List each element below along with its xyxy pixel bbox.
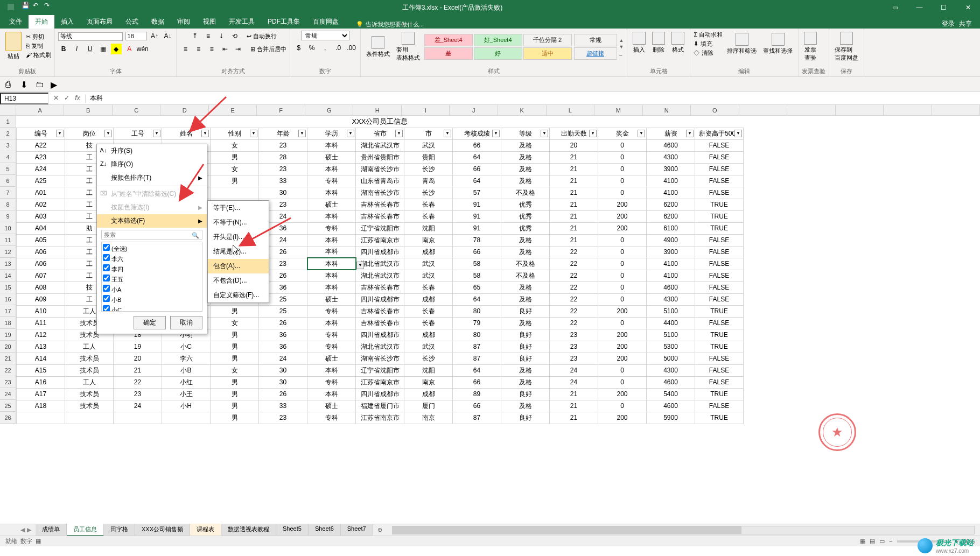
- cell[interactable]: 工人: [65, 341, 114, 353]
- view-normal-icon[interactable]: ▦: [860, 538, 865, 545]
- filter-value-item[interactable]: 李六: [103, 254, 201, 264]
- cell[interactable]: 23: [259, 412, 307, 424]
- style-scroll-up-icon[interactable]: ▲: [619, 38, 624, 43]
- row-header-3[interactable]: 3: [0, 139, 16, 151]
- cell[interactable]: A18: [17, 400, 65, 412]
- filter-button-A[interactable]: ▼: [56, 130, 64, 137]
- format-painter-button[interactable]: 🖌 格式刷: [26, 51, 51, 59]
- cell[interactable]: TRUE: [695, 222, 744, 234]
- cell[interactable]: 吉林省长春市: [356, 199, 404, 210]
- row-header-4[interactable]: 4: [0, 151, 16, 163]
- cell[interactable]: A14: [17, 353, 65, 364]
- table-format-button[interactable]: 套用 表格格式: [394, 31, 422, 63]
- row-header-20[interactable]: 20: [0, 341, 16, 353]
- italic-button[interactable]: I: [72, 44, 82, 54]
- worksheet-tab-Sheet6[interactable]: Sheet6: [309, 524, 341, 536]
- filter-button-M[interactable]: ▼: [638, 130, 645, 137]
- underline-button[interactable]: U: [85, 44, 95, 54]
- cell[interactable]: 200: [598, 353, 647, 364]
- column-header-F[interactable]: 年龄▼: [259, 128, 307, 139]
- cell[interactable]: 21: [550, 210, 598, 222]
- cell[interactable]: 23: [114, 388, 162, 400]
- cell[interactable]: 男: [211, 341, 259, 353]
- cell[interactable]: FALSE: [695, 139, 744, 151]
- cell[interactable]: 技术员: [65, 400, 114, 412]
- cell[interactable]: 小H: [162, 400, 211, 412]
- cancel-formula-icon[interactable]: ✕: [52, 94, 60, 103]
- cell[interactable]: 57: [453, 187, 501, 199]
- filter-ok-button[interactable]: 确定: [134, 316, 166, 329]
- cell[interactable]: 及格: [501, 234, 550, 246]
- cell[interactable]: 成都: [404, 246, 453, 258]
- cell[interactable]: 青岛: [404, 175, 453, 187]
- cell[interactable]: 33: [259, 175, 307, 187]
- cell[interactable]: 3900: [647, 246, 695, 258]
- cell[interactable]: 男: [211, 412, 259, 424]
- style-normal[interactable]: 常规: [574, 34, 617, 46]
- cell[interactable]: 24: [114, 400, 162, 412]
- cell[interactable]: 男: [211, 151, 259, 163]
- cell[interactable]: 20: [550, 139, 598, 151]
- cell[interactable]: 贵州省贵阳市: [356, 151, 404, 163]
- row-header-14[interactable]: 14: [0, 270, 16, 281]
- cell[interactable]: 0: [598, 281, 647, 293]
- cell[interactable]: 30: [259, 364, 307, 376]
- cell[interactable]: 专科: [307, 412, 356, 424]
- clear-button[interactable]: ◇ 清除: [694, 49, 723, 57]
- cell[interactable]: 吉林省长春市: [356, 210, 404, 222]
- comma-icon[interactable]: ,: [320, 43, 331, 53]
- cell[interactable]: 200: [598, 222, 647, 234]
- find-select-button[interactable]: 查找和选择: [761, 32, 795, 56]
- cell[interactable]: 长春: [404, 281, 453, 293]
- filter-value-item[interactable]: 小B: [103, 294, 201, 305]
- fx-icon[interactable]: fx: [73, 94, 82, 103]
- cell[interactable]: 良好: [501, 388, 550, 400]
- cell[interactable]: 22: [550, 270, 598, 281]
- sort-by-color-item[interactable]: 按颜色排序(T)▶: [97, 171, 207, 185]
- filter-search-input[interactable]: [101, 230, 202, 240]
- cell[interactable]: 长春: [404, 305, 453, 317]
- style-bad-sheet4[interactable]: 差_Sheet4: [424, 34, 473, 46]
- filter-button-F[interactable]: ▼: [298, 130, 306, 137]
- cell[interactable]: 20: [114, 353, 162, 364]
- cell[interactable]: 30: [259, 187, 307, 199]
- cell[interactable]: 男: [211, 388, 259, 400]
- cell[interactable]: 硕士: [307, 151, 356, 163]
- col-header-F[interactable]: F: [257, 105, 305, 115]
- col-header-B[interactable]: B: [64, 105, 113, 115]
- cell[interactable]: 硕士: [307, 353, 356, 364]
- worksheet-tab-Sheet5[interactable]: Sheet5: [276, 524, 309, 536]
- style-neutral[interactable]: 适中: [523, 47, 572, 60]
- filter-button-H[interactable]: ▼: [395, 130, 403, 137]
- cell[interactable]: 4600: [647, 139, 695, 151]
- cell[interactable]: 武汉: [404, 270, 453, 281]
- cell[interactable]: 专科: [307, 305, 356, 317]
- cell[interactable]: 小王: [162, 388, 211, 400]
- cell[interactable]: 武汉: [404, 139, 453, 151]
- invoice-button[interactable]: 发票 查验: [802, 31, 819, 63]
- col-header-D[interactable]: D: [160, 105, 209, 115]
- cell[interactable]: A10: [17, 305, 65, 317]
- column-header-M[interactable]: 奖金▼: [598, 128, 647, 139]
- cell[interactable]: 24: [550, 376, 598, 388]
- filter-contains-item[interactable]: 包含(A)...: [208, 259, 269, 273]
- cell-dropdown-icon[interactable]: ▼: [356, 262, 364, 269]
- cell[interactable]: 湖南省长沙市: [356, 353, 404, 364]
- filter-values-list[interactable]: (全选) 李六 李四 王五 小A 小B 小C 小D 小E 小F: [101, 242, 202, 312]
- cell[interactable]: FALSE: [695, 270, 744, 281]
- filter-button-G[interactable]: ▼: [347, 130, 354, 137]
- col-header-I[interactable]: I: [402, 105, 450, 115]
- column-header-J[interactable]: 考核成绩▼: [453, 128, 501, 139]
- cell[interactable]: A15: [17, 364, 65, 376]
- cell[interactable]: 专科: [307, 222, 356, 234]
- cell[interactable]: FALSE: [695, 234, 744, 246]
- cell[interactable]: 4300: [647, 364, 695, 376]
- cell[interactable]: A07: [17, 270, 65, 281]
- cell[interactable]: 及格: [501, 163, 550, 175]
- cell[interactable]: A16: [17, 376, 65, 388]
- paste-button[interactable]: 粘贴: [3, 31, 24, 61]
- row-header-11[interactable]: 11: [0, 234, 16, 246]
- row-header-1[interactable]: 1: [0, 116, 16, 128]
- filter-button-J[interactable]: ▼: [492, 130, 500, 137]
- cell[interactable]: 本科: [307, 187, 356, 199]
